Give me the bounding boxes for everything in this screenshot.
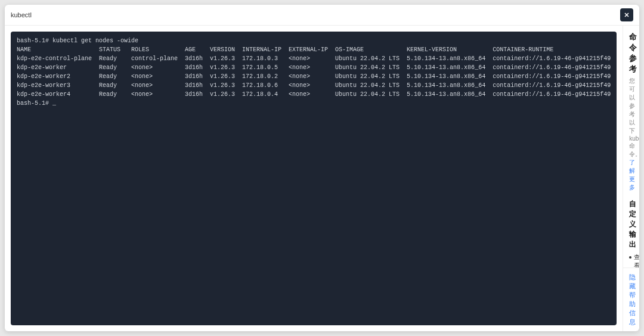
hide-help-link[interactable]: 隐藏帮助信息	[629, 273, 636, 325]
sidebar-desc-text: 您可以参考以下 kubectl 命令。	[629, 77, 639, 157]
sidebar-title: 命令参考	[629, 32, 633, 74]
terminal-cursor: _	[52, 99, 56, 108]
help-item-label: 查看容器组的更多信息	[629, 253, 633, 267]
help-item: 查看容器组的更多信息kubectl get pod <容器组名称> -o wid…	[629, 253, 633, 267]
help-section-title: 自定义输出	[629, 199, 633, 250]
terminal[interactable]: bash-5.1# kubectl get nodes -owide NAME …	[11, 32, 617, 325]
sidebar-scroll[interactable]: 命令参考 您可以参考以下 kubectl 命令。了解更多 自定义输出查看容器组的…	[623, 26, 639, 267]
kubectl-dialog: kubectl bash-5.1# kubectl get nodes -owi…	[5, 5, 639, 331]
close-button[interactable]	[620, 8, 633, 21]
close-icon	[623, 11, 630, 18]
dialog-header: kubectl	[5, 5, 639, 26]
learn-more-link[interactable]: 了解更多	[629, 159, 635, 191]
terminal-container: bash-5.1# kubectl get nodes -owide NAME …	[5, 26, 623, 331]
sidebar-footer: 隐藏帮助信息	[623, 267, 639, 331]
dialog-body: bash-5.1# kubectl get nodes -owide NAME …	[5, 26, 639, 331]
help-item-text: 查看容器组的更多信息	[634, 253, 639, 267]
bullet-icon	[629, 256, 631, 259]
sidebar-desc: 您可以参考以下 kubectl 命令。了解更多	[629, 77, 633, 192]
dialog-title: kubectl	[11, 11, 32, 18]
help-sidebar: 命令参考 您可以参考以下 kubectl 命令。了解更多 自定义输出查看容器组的…	[623, 26, 639, 331]
